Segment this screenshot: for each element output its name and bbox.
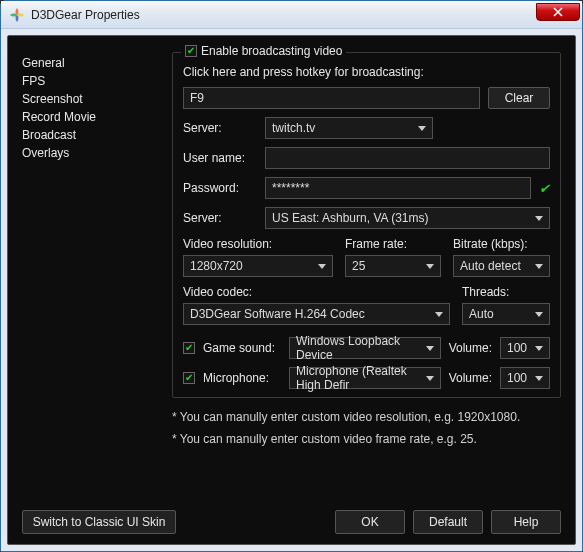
hotkey-row: Clear [183, 87, 550, 109]
chevron-down-icon [426, 264, 434, 269]
gamesound-checkbox[interactable] [183, 342, 195, 354]
close-button[interactable] [536, 3, 580, 21]
username-row: User name: [183, 147, 550, 169]
volume-label-1: Volume: [449, 341, 492, 355]
resolution-col: Video resolution: 1280x720 [183, 237, 333, 277]
enable-broadcast-label: Enable broadcasting video [201, 44, 342, 58]
chevron-down-icon [418, 126, 426, 131]
video-params-row: Video resolution: 1280x720 Frame rate: 2… [183, 237, 550, 277]
gamesound-row: Game sound: Windows Loopback Device Volu… [183, 337, 550, 359]
sidebar-item-fps[interactable]: FPS [22, 72, 172, 90]
bitrate-col: Bitrate (kbps): Auto detect [453, 237, 550, 277]
default-button[interactable]: Default [413, 510, 483, 534]
codec-row: Video codec: D3DGear Software H.264 Code… [183, 285, 550, 325]
ok-button[interactable]: OK [335, 510, 405, 534]
microphone-row: Microphone: Microphone (Realtek High Def… [183, 367, 550, 389]
sidebar-item-record-movie[interactable]: Record Movie [22, 108, 172, 126]
username-label: User name: [183, 151, 257, 165]
volume-label-2: Volume: [449, 371, 492, 385]
framerate-select[interactable]: 25 [345, 255, 441, 277]
server2-select[interactable]: US East: Ashburn, VA (31ms) [265, 207, 550, 229]
check-icon: ✔ [539, 181, 550, 196]
microphone-volume-value: 100 [507, 371, 527, 385]
gamesound-value: Windows Loopback Device [296, 334, 420, 362]
title-bar: D3DGear Properties [1, 1, 582, 29]
help-button[interactable]: Help [491, 510, 561, 534]
hotkey-input[interactable] [183, 87, 480, 109]
server-select[interactable]: twitch.tv [265, 117, 433, 139]
framerate-value: 25 [352, 259, 365, 273]
gamesound-select[interactable]: Windows Loopback Device [289, 337, 441, 359]
content-area: General FPS Screenshot Record Movie Broa… [7, 35, 576, 545]
hotkey-prompt: Click here and press hotkey for broadcas… [183, 65, 424, 79]
server2-value: US East: Ashburn, VA (31ms) [272, 211, 429, 225]
properties-window: D3DGear Properties General FPS Screensho… [0, 0, 583, 552]
window-title: D3DGear Properties [31, 8, 140, 22]
note-framerate: * You can manully enter custom video fra… [172, 432, 561, 446]
main-panel: Enable broadcasting video Click here and… [172, 48, 561, 534]
sidebar-item-screenshot[interactable]: Screenshot [22, 90, 172, 108]
chevron-down-icon [535, 264, 543, 269]
bitrate-label: Bitrate (kbps): [453, 237, 550, 251]
note-resolution: * You can manully enter custom video res… [172, 410, 561, 424]
microphone-label: Microphone: [203, 371, 281, 385]
gamesound-label: Game sound: [203, 341, 281, 355]
codec-select[interactable]: D3DGear Software H.264 Codec [183, 303, 450, 325]
chevron-down-icon [426, 376, 434, 381]
threads-select[interactable]: Auto [462, 303, 550, 325]
chevron-down-icon [535, 312, 543, 317]
sidebar: General FPS Screenshot Record Movie Broa… [22, 48, 172, 534]
threads-label: Threads: [462, 285, 550, 299]
gamesound-volume-value: 100 [507, 341, 527, 355]
sidebar-item-general[interactable]: General [22, 54, 172, 72]
codec-col: Video codec: D3DGear Software H.264 Code… [183, 285, 450, 325]
resolution-value: 1280x720 [190, 259, 243, 273]
threads-col: Threads: Auto [462, 285, 550, 325]
framerate-col: Frame rate: 25 [345, 237, 441, 277]
server2-label: Server: [183, 211, 257, 225]
server2-row: Server: US East: Ashburn, VA (31ms) [183, 207, 550, 229]
microphone-value: Microphone (Realtek High Defir [296, 364, 420, 392]
window-body: General FPS Screenshot Record Movie Broa… [1, 29, 582, 551]
bitrate-value: Auto detect [460, 259, 521, 273]
microphone-select[interactable]: Microphone (Realtek High Defir [289, 367, 441, 389]
chevron-down-icon [426, 346, 434, 351]
chevron-down-icon [535, 346, 543, 351]
app-icon [9, 7, 25, 23]
password-row: Password: ✔ [183, 177, 550, 199]
username-input[interactable] [265, 147, 550, 169]
chevron-down-icon [535, 376, 543, 381]
chevron-down-icon [435, 312, 443, 317]
password-label: Password: [183, 181, 257, 195]
password-input[interactable] [265, 177, 531, 199]
codec-label: Video codec: [183, 285, 450, 299]
threads-value: Auto [469, 307, 494, 321]
microphone-checkbox[interactable] [183, 372, 195, 384]
server-row: Server: twitch.tv [183, 117, 550, 139]
server-label: Server: [183, 121, 257, 135]
resolution-label: Video resolution: [183, 237, 333, 251]
codec-value: D3DGear Software H.264 Codec [190, 307, 365, 321]
switch-skin-button[interactable]: Switch to Classic UI Skin [22, 510, 176, 534]
resolution-select[interactable]: 1280x720 [183, 255, 333, 277]
server-value: twitch.tv [272, 121, 315, 135]
footer: Switch to Classic UI Skin OK Default Hel… [22, 510, 561, 534]
clear-button[interactable]: Clear [488, 87, 550, 109]
enable-broadcast-legend: Enable broadcasting video [181, 44, 346, 58]
enable-broadcast-checkbox[interactable] [185, 45, 197, 57]
broadcast-fieldset: Enable broadcasting video Click here and… [172, 52, 561, 398]
framerate-label: Frame rate: [345, 237, 441, 251]
sidebar-item-broadcast[interactable]: Broadcast [22, 126, 172, 144]
gamesound-volume-select[interactable]: 100 [500, 337, 550, 359]
bitrate-select[interactable]: Auto detect [453, 255, 550, 277]
chevron-down-icon [535, 216, 543, 221]
chevron-down-icon [318, 264, 326, 269]
sidebar-item-overlays[interactable]: Overlays [22, 144, 172, 162]
microphone-volume-select[interactable]: 100 [500, 367, 550, 389]
hotkey-prompt-row: Click here and press hotkey for broadcas… [183, 65, 550, 79]
